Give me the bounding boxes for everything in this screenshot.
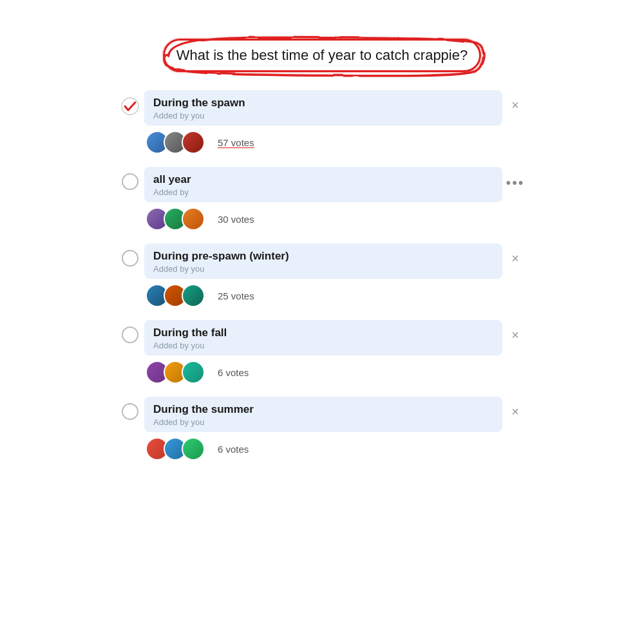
radio-unselected-fall[interactable] <box>122 327 138 343</box>
avatars-pre-spawn <box>146 284 205 307</box>
poll-item-all-year: all yearAdded by30 votes••• <box>116 167 528 231</box>
avatars-all-year <box>146 207 205 231</box>
poll-options-list: During the spawnAdded by you57 votes×all… <box>116 90 528 460</box>
question-wrapper: What is the best time of year to catch c… <box>116 39 528 72</box>
avatars-spawn <box>146 131 205 154</box>
radio-unselected-summer[interactable] <box>122 403 138 420</box>
avatar-spawn-2[interactable] <box>182 131 205 154</box>
radio-unselected-pre-spawn[interactable] <box>122 250 138 267</box>
delete-button-summer[interactable]: × <box>502 397 528 419</box>
avatar-pre-spawn-2[interactable] <box>182 284 205 307</box>
option-block-all-year: all yearAdded by30 votes <box>144 167 502 231</box>
more-button-all-year[interactable]: ••• <box>502 167 528 191</box>
option-title-fall: During the fall <box>153 327 493 339</box>
option-subtitle-pre-spawn: Added by you <box>153 264 493 274</box>
checkmark-icon <box>120 97 140 116</box>
option-label-box-summer[interactable]: During the summerAdded by you <box>144 397 502 432</box>
option-subtitle-summer: Added by you <box>153 417 493 427</box>
radio-area-fall[interactable] <box>116 320 144 343</box>
votes-row-summer: 6 votes <box>144 437 502 460</box>
votes-count-summer: 6 votes <box>218 444 249 455</box>
radio-area-pre-spawn[interactable] <box>116 243 144 267</box>
option-label-box-spawn[interactable]: During the spawnAdded by you <box>144 90 502 126</box>
avatars-summer <box>146 437 205 460</box>
radio-area-summer[interactable] <box>116 397 144 420</box>
option-subtitle-all-year: Added by <box>153 187 493 197</box>
votes-count-fall: 6 votes <box>218 367 249 378</box>
option-block-pre-spawn: During pre-spawn (winter)Added by you25 … <box>144 243 502 307</box>
poll-item-spawn: During the spawnAdded by you57 votes× <box>116 90 528 154</box>
delete-button-spawn[interactable]: × <box>502 90 528 113</box>
question-oval: What is the best time of year to catch c… <box>163 39 481 72</box>
option-block-spawn: During the spawnAdded by you57 votes <box>144 90 502 154</box>
option-block-fall: During the fallAdded by you6 votes <box>144 320 502 384</box>
votes-row-spawn: 57 votes <box>144 131 502 154</box>
delete-button-pre-spawn[interactable]: × <box>502 243 528 266</box>
poll-item-pre-spawn: During pre-spawn (winter)Added by you25 … <box>116 243 528 307</box>
option-subtitle-fall: Added by you <box>153 341 493 350</box>
votes-count-spawn: 57 votes <box>218 137 254 148</box>
votes-count-pre-spawn: 25 votes <box>218 290 254 301</box>
option-label-box-fall[interactable]: During the fallAdded by you <box>144 320 502 355</box>
votes-row-pre-spawn: 25 votes <box>144 284 502 307</box>
option-block-summer: During the summerAdded by you6 votes <box>144 397 502 460</box>
poll-container: What is the best time of year to catch c… <box>116 39 528 473</box>
radio-unselected-all-year[interactable] <box>122 173 138 190</box>
option-title-pre-spawn: During pre-spawn (winter) <box>153 250 493 263</box>
option-label-box-pre-spawn[interactable]: During pre-spawn (winter)Added by you <box>144 243 502 279</box>
avatar-all-year-2[interactable] <box>182 207 205 231</box>
option-title-spawn: During the spawn <box>153 97 493 109</box>
option-title-summer: During the summer <box>153 403 493 416</box>
question-text: What is the best time of year to catch c… <box>163 39 481 72</box>
votes-row-all-year: 30 votes <box>144 207 502 231</box>
votes-row-fall: 6 votes <box>144 361 502 384</box>
radio-area-all-year[interactable] <box>116 167 144 190</box>
option-subtitle-spawn: Added by you <box>153 111 493 120</box>
poll-item-fall: During the fallAdded by you6 votes× <box>116 320 528 384</box>
poll-item-summer: During the summerAdded by you6 votes× <box>116 397 528 460</box>
delete-button-fall[interactable]: × <box>502 320 528 343</box>
option-title-all-year: all year <box>153 173 493 186</box>
votes-count-all-year: 30 votes <box>218 214 254 225</box>
avatar-summer-2[interactable] <box>182 437 205 460</box>
option-label-box-all-year[interactable]: all yearAdded by <box>144 167 502 202</box>
radio-area-spawn[interactable] <box>116 90 144 116</box>
avatars-fall <box>146 361 205 384</box>
avatar-fall-2[interactable] <box>182 361 205 384</box>
